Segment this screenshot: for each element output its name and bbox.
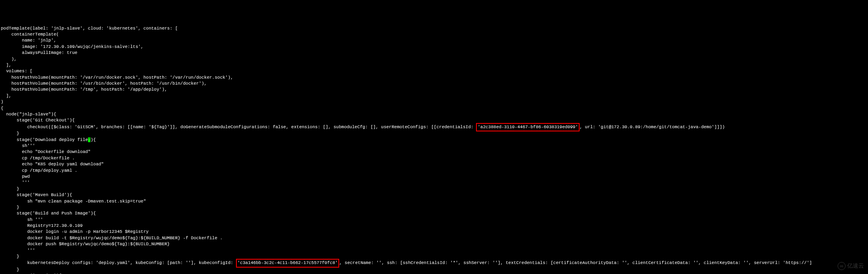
- checkout-suffix: , url: 'git@172.30.0.89:/home/git/tomcat…: [580, 125, 725, 129]
- watermark-text: 亿速云: [847, 262, 864, 269]
- code-line: {: [1, 105, 867, 111]
- code-line-cursor: stage('Download deploy file'){: [1, 137, 867, 143]
- code-line: hostPathVolume(mountPath: '/usr/bin/dock…: [1, 81, 867, 87]
- kube-prefix: kubernetesDeploy configs: 'deploy.yaml',…: [1, 260, 236, 265]
- code-line-checkout: checkout([$class: 'GitSCM', branches: [[…: [1, 124, 867, 131]
- code-line: cp /tmp/Dockerfile .: [1, 155, 867, 161]
- kube-suffix: , secretName: '', ssh: [sshCredentialsId…: [339, 260, 812, 265]
- code-line: }: [1, 131, 867, 137]
- watermark-icon: [838, 262, 846, 270]
- stage-download-suffix: ){: [90, 137, 96, 142]
- code-line: docker build -t $Registry/wujqc/demo${Ta…: [1, 235, 867, 241]
- code-line: sh ''': [1, 217, 867, 223]
- checkout-prefix: checkout([$class: 'GitSCM', branches: [[…: [1, 125, 476, 129]
- code-line: }: [1, 254, 867, 260]
- code-line: hostPathVolume(mountPath: '/tmp', hostPa…: [1, 87, 867, 93]
- code-line: Registry=172.30.0.109: [1, 223, 867, 229]
- code-line: ],: [1, 62, 867, 68]
- code-line: stage('Build and Push Image'){: [1, 210, 867, 216]
- kubeconfig-id-highlight: 'c3a146bb-3c2c-4c11-b662-17c5577f0fc8': [236, 259, 340, 267]
- code-editor[interactable]: podTemplate(label: 'jnlp-slave', cloud: …: [1, 26, 867, 274]
- code-line: ): [1, 99, 867, 105]
- code-line: ],: [1, 93, 867, 99]
- code-line: containerTemplate(: [1, 32, 867, 38]
- code-line: }: [1, 267, 867, 273]
- stage-download-prefix: stage('Download deploy file: [1, 137, 88, 142]
- code-line: ''': [1, 180, 867, 186]
- code-line: echo "K8S deploy yaml download": [1, 161, 867, 167]
- code-line: name: 'jnlp',: [1, 38, 867, 44]
- code-line: stage('Git Checkout'){: [1, 117, 867, 123]
- code-line: volumes: [: [1, 68, 867, 74]
- code-line: sh "mvn clean package -Dmaven.test.skip=…: [1, 199, 867, 205]
- code-line: pwd: [1, 174, 867, 180]
- code-line: hostPathVolume(mountPath: '/var/run/dock…: [1, 75, 867, 81]
- code-line: docker login -u admin -p Harbor12345 $Re…: [1, 229, 867, 235]
- code-line: node("jnlp-slave"){: [1, 111, 867, 117]
- code-line: ),: [1, 56, 867, 62]
- code-line: echo "Dockerfile download": [1, 149, 867, 155]
- watermark: 亿速云: [834, 254, 864, 270]
- code-line: }: [1, 205, 867, 210]
- code-line-kube: kubernetesDeploy configs: 'deploy.yaml',…: [1, 260, 867, 266]
- code-line: sh''': [1, 143, 867, 149]
- code-line: alwaysPullImage: true: [1, 50, 867, 56]
- code-line: podTemplate(label: 'jnlp-slave', cloud: …: [1, 26, 867, 32]
- code-line: }: [1, 186, 867, 192]
- code-line: cp /tmp/deploy.yaml .: [1, 168, 867, 174]
- credentials-id-highlight: 'a2c388ed-3110-4467-bf86-6038319ed099': [476, 123, 580, 131]
- code-line: ''': [1, 248, 867, 254]
- code-line: docker push $Registry/wujqc/demo${Tag}:$…: [1, 241, 867, 247]
- code-line: image: '172.30.0.109/wujqc/jenkins-salve…: [1, 44, 867, 50]
- code-line: stage('Maven Build'){: [1, 192, 867, 198]
